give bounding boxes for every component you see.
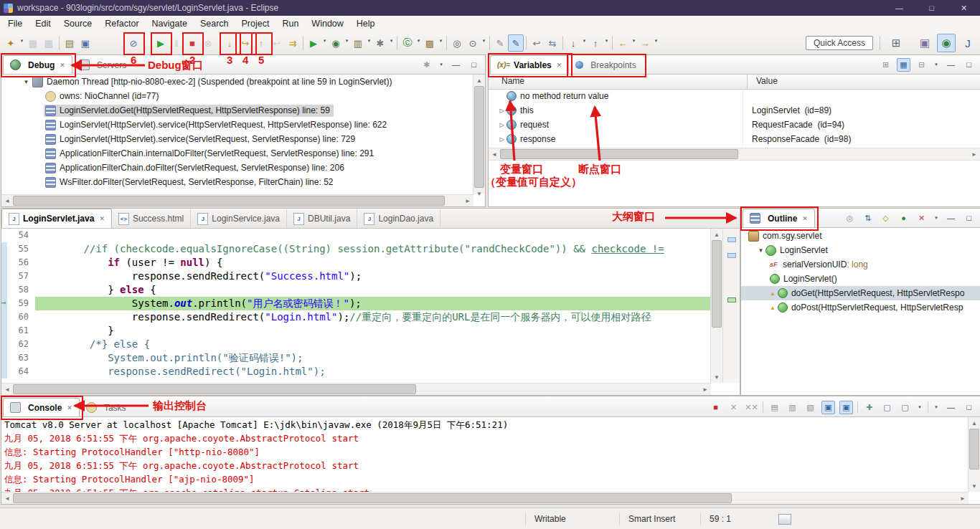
- show-logical-structures-icon[interactable]: ⊞: [879, 58, 892, 72]
- run-icon[interactable]: ▶: [306, 34, 321, 52]
- hide-static-members-icon[interactable]: ●: [897, 211, 910, 225]
- variables-horizontal-scrollbar[interactable]: [489, 148, 980, 160]
- console-output[interactable]: Tomcat v8.0 Server at localhost [Apache …: [1, 418, 969, 504]
- scrollbar-thumb[interactable]: [969, 429, 979, 470]
- drop-to-frame-icon[interactable]: ↩: [269, 34, 285, 52]
- external-tools-icon[interactable]: ✱: [372, 34, 388, 52]
- disconnect-icon[interactable]: ⊗: [200, 34, 216, 52]
- outline-item[interactable]: ▲doPost(HttpServletRequest, HttpServletR…: [741, 300, 980, 315]
- suspend-icon[interactable]: ‖: [169, 34, 184, 52]
- outline-item[interactable]: sFserialVersionUID : long: [741, 257, 980, 272]
- console-monitor-icon[interactable]: ▣: [77, 34, 93, 52]
- debug-icon[interactable]: ◉: [328, 34, 344, 52]
- scroll-right-icon[interactable]: [462, 195, 473, 206]
- view-menu-icon[interactable]: ▾: [933, 404, 940, 410]
- minimize-icon[interactable]: —: [449, 58, 463, 72]
- variable-row[interactable]: ▷thisLoginServlet (id=89): [489, 103, 980, 118]
- maximize-icon[interactable]: □: [962, 401, 976, 414]
- scroll-up-icon[interactable]: [711, 229, 722, 240]
- close-icon[interactable]: [99, 215, 105, 222]
- menu-window[interactable]: Window: [305, 19, 349, 29]
- step-into-icon[interactable]: ↓: [222, 34, 237, 52]
- previous-annotation-dropdown-icon[interactable]: ▾: [603, 32, 610, 54]
- overview-ruler[interactable]: [722, 229, 740, 383]
- show-stderr-icon[interactable]: ▣: [839, 401, 853, 414]
- new-project-icon[interactable]: ▤: [62, 34, 77, 52]
- maximize-button[interactable]: □: [915, 0, 948, 16]
- menu-project[interactable]: Project: [235, 19, 276, 29]
- minimize-icon[interactable]: —: [944, 401, 958, 414]
- scroll-up-icon[interactable]: [969, 417, 980, 429]
- remove-all-launches-icon[interactable]: ✕✕: [745, 401, 758, 414]
- console-view-tab[interactable]: Console: [3, 398, 80, 416]
- variable-row[interactable]: ▷requestRequestFacade (id=94): [489, 118, 980, 132]
- console-vertical-scrollbar[interactable]: [968, 417, 980, 492]
- external-tools-dropdown-icon[interactable]: ▾: [388, 32, 395, 54]
- word-wrap-icon[interactable]: ▧: [804, 401, 817, 414]
- scroll-left-icon[interactable]: [1, 492, 13, 504]
- scroll-left-icon[interactable]: [1, 383, 13, 395]
- skip-breakpoints-icon[interactable]: ⊘: [126, 34, 141, 52]
- outline-item[interactable]: ▲doGet(HttpServletRequest, HttpServletRe…: [741, 286, 980, 300]
- view-menu-icon[interactable]: ▾: [438, 62, 445, 67]
- servers-view-tab[interactable]: Servers: [72, 56, 133, 74]
- step-return-icon[interactable]: ↑: [253, 34, 269, 52]
- expander-icon[interactable]: ▷: [497, 136, 507, 143]
- open-perspective-icon[interactable]: ⊞: [887, 34, 905, 52]
- close-icon[interactable]: [802, 215, 808, 222]
- new-package-icon[interactable]: ▩: [422, 34, 438, 52]
- overview-ruler-mark[interactable]: [727, 237, 736, 242]
- editor-vertical-scrollbar[interactable]: [710, 229, 722, 383]
- scrollbar-thumb[interactable]: [500, 149, 738, 159]
- scrollbar-thumb[interactable]: [712, 240, 722, 328]
- column-header-value[interactable]: Value: [748, 75, 980, 89]
- scroll-down-icon[interactable]: [473, 188, 485, 199]
- remove-terminated-icon[interactable]: ✱: [420, 58, 433, 72]
- coverage-icon[interactable]: ▥: [350, 34, 366, 52]
- scrollbar-thumb[interactable]: [13, 196, 445, 206]
- debug-stack-row[interactable]: owns: NioChannel (id=77): [1, 89, 473, 103]
- new-wizard-icon[interactable]: ✦: [3, 34, 19, 52]
- new-package-dropdown-icon[interactable]: ▾: [438, 32, 444, 54]
- open-console-icon[interactable]: ▢: [898, 401, 912, 414]
- editor-tab-loginservice-java[interactable]: JLoginService.java: [191, 209, 287, 228]
- back-icon[interactable]: ←: [615, 34, 631, 52]
- editor-tab-logindao-java[interactable]: JLoginDao.java: [357, 209, 440, 228]
- open-console-dropdown-icon[interactable]: ▾: [916, 404, 923, 410]
- step-over-icon[interactable]: ↪: [237, 34, 253, 52]
- save-all-icon[interactable]: ▦: [41, 34, 57, 52]
- previous-annotation-icon[interactable]: ↑: [588, 34, 603, 52]
- mark-occurrences-icon[interactable]: ✎: [492, 34, 508, 52]
- last-edit-location-icon[interactable]: ↩: [529, 34, 545, 52]
- editor-tab-loginservlet-java[interactable]: JLoginServlet.java: [1, 209, 112, 228]
- close-icon[interactable]: [60, 62, 65, 69]
- next-annotation-dropdown-icon[interactable]: ▾: [581, 32, 588, 54]
- debug-stack-row[interactable]: LoginServlet(HttpServlet).service(Servle…: [1, 132, 473, 146]
- expander-icon[interactable]: ▼: [756, 247, 765, 254]
- view-menu-icon[interactable]: ▾: [933, 215, 940, 221]
- debug-stack-row[interactable]: WsFilter.doFilter(ServletRequest, Servle…: [1, 175, 473, 189]
- forward-dropdown-icon[interactable]: ▾: [653, 32, 659, 54]
- menu-search[interactable]: Search: [194, 19, 235, 29]
- editor-tab-dbutil-java[interactable]: JDBUtil.java: [287, 209, 357, 228]
- scroll-lock-icon[interactable]: ▥: [786, 401, 799, 414]
- debug-dropdown-icon[interactable]: ▾: [344, 32, 350, 54]
- view-menu-icon[interactable]: ▾: [933, 62, 940, 67]
- expander-icon[interactable]: ▷: [497, 122, 507, 128]
- outline-item[interactable]: LoginServlet(): [741, 272, 980, 286]
- scroll-left-icon[interactable]: [1, 195, 13, 206]
- breakpoints-view-tab[interactable]: Breakpoints: [569, 56, 642, 74]
- new-class-icon[interactable]: Ⓒ: [400, 34, 415, 52]
- menu-edit[interactable]: Edit: [29, 19, 57, 29]
- collapse-all-icon[interactable]: ⊟: [915, 58, 928, 72]
- debug-perspective-icon[interactable]: ◉: [937, 34, 956, 52]
- menu-source[interactable]: Source: [57, 19, 99, 29]
- close-icon[interactable]: [67, 404, 72, 411]
- run-dropdown-icon[interactable]: ▾: [321, 32, 328, 54]
- link-with-editor-icon[interactable]: ⇆: [545, 34, 560, 52]
- variable-row[interactable]: ▷responseResponseFacade (id=98): [489, 132, 980, 146]
- overview-ruler-mark[interactable]: [727, 253, 736, 258]
- minimize-button[interactable]: —: [883, 0, 915, 16]
- save-icon[interactable]: ▦: [25, 34, 41, 52]
- debug-vertical-scrollbar[interactable]: [473, 75, 485, 194]
